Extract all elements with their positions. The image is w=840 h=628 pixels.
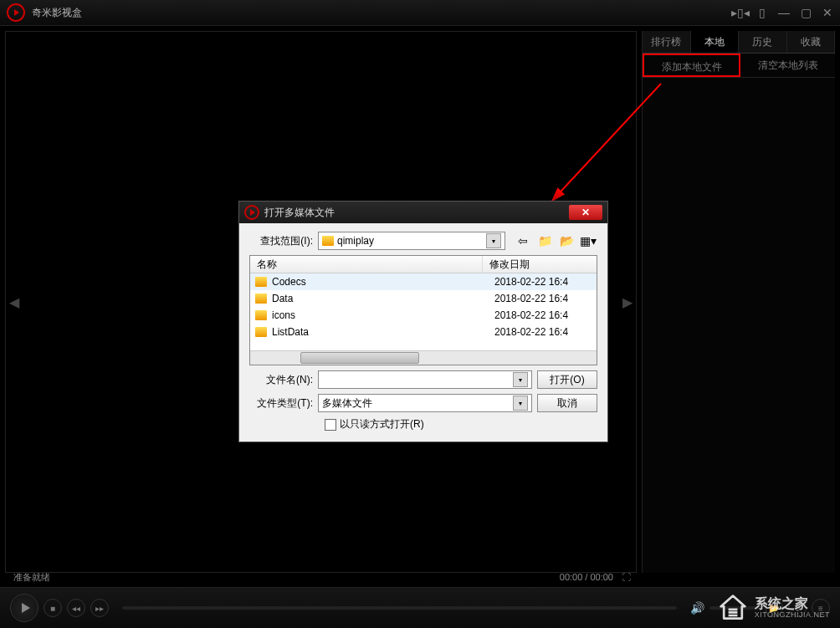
filename-input[interactable]: ▾ <box>318 370 532 389</box>
open-button[interactable]: 打开(O) <box>537 370 597 389</box>
list-item[interactable]: icons 2018-02-22 16:4 <box>250 307 597 324</box>
folder-icon <box>255 310 267 320</box>
next-arrow-icon[interactable]: ▶ <box>622 294 633 310</box>
filetype-label: 文件类型(T): <box>249 396 313 411</box>
watermark-text-cn: 系统之家 <box>755 596 830 611</box>
view-menu-icon[interactable]: ▦▾ <box>579 232 597 250</box>
open-file-dialog: 打开多媒体文件 ✕ 查找范围(I): qimiplay ▾ ⇦ 📁 📂 ▦▾ 名… <box>238 201 608 442</box>
sidebar-tabs: 排行榜 本地 历史 收藏 <box>643 31 835 54</box>
watermark-text-en: XITONGZHIJIA.NET <box>755 611 830 620</box>
pin-icon[interactable]: ▯ <box>756 7 768 18</box>
list-body: Codecs 2018-02-22 16:4 Data 2018-02-22 1… <box>250 273 597 350</box>
tab-favorites[interactable]: 收藏 <box>787 31 836 53</box>
add-local-file-button[interactable]: 添加本地文件 <box>643 54 740 77</box>
folder-icon <box>255 327 267 337</box>
window-controls: ▸▯◂ ▯ — ▢ ✕ <box>735 7 833 18</box>
tab-local[interactable]: 本地 <box>691 31 740 53</box>
readonly-label: 以只读方式打开(R) <box>340 417 424 431</box>
look-in-label: 查找范围(I): <box>249 234 313 248</box>
tab-history[interactable]: 历史 <box>739 31 787 53</box>
dialog-close-button[interactable]: ✕ <box>569 205 602 220</box>
up-folder-icon[interactable]: 📁 <box>535 232 554 250</box>
tab-ranking[interactable]: 排行榜 <box>643 31 691 53</box>
cancel-button[interactable]: 取消 <box>537 394 597 412</box>
fullscreen-icon[interactable]: ⛶ <box>622 572 631 582</box>
current-folder: qimiplay <box>337 235 374 247</box>
folder-icon <box>255 277 267 287</box>
stop-button[interactable]: ■ <box>44 599 62 617</box>
controls-bar: ■ ◂◂ ▸▸ 🔊 📂 ↻ ≡ <box>0 587 840 628</box>
watermark: 系统之家 XITONGZHIJIA.NET <box>718 593 830 623</box>
app-title: 奇米影视盒 <box>32 6 82 20</box>
folder-icon <box>322 236 334 246</box>
back-icon[interactable]: ⇦ <box>514 232 532 250</box>
folder-icon <box>255 294 267 304</box>
look-in-combo[interactable]: qimiplay ▾ <box>318 232 505 250</box>
minimize-button[interactable]: — <box>778 7 790 18</box>
dialog-titlebar: 打开多媒体文件 ✕ <box>239 202 607 223</box>
progress-slider[interactable] <box>122 606 677 610</box>
column-name[interactable]: 名称 <box>250 256 483 273</box>
list-item[interactable]: Codecs 2018-02-22 16:4 <box>250 273 597 290</box>
filename-label: 文件名(N): <box>249 373 313 387</box>
new-folder-icon[interactable]: 📂 <box>557 232 576 250</box>
scrollbar-thumb[interactable] <box>300 352 419 364</box>
time-display: 00:00 / 00:00 <box>560 572 613 582</box>
volume-icon[interactable]: 🔊 <box>690 601 704 615</box>
clear-local-list-button[interactable]: 清空本地列表 <box>740 54 835 77</box>
next-track-button[interactable]: ▸▸ <box>90 599 109 617</box>
prev-arrow-icon[interactable]: ◀ <box>9 294 19 310</box>
sidebar: 排行榜 本地 历史 收藏 添加本地文件 清空本地列表 <box>642 31 835 573</box>
prev-track-button[interactable]: ◂◂ <box>67 599 85 617</box>
chevron-down-icon[interactable]: ▾ <box>486 233 501 248</box>
maximize-button[interactable]: ▢ <box>800 7 812 18</box>
file-list: 名称 修改日期 Codecs 2018-02-22 16:4 Data 2018… <box>249 255 597 365</box>
status-text: 准备就绪 <box>13 571 50 584</box>
status-bar: 准备就绪 00:00 / 00:00 ⛶ <box>13 568 631 586</box>
watermark-house-icon <box>718 593 748 623</box>
play-button[interactable] <box>10 594 38 622</box>
close-button[interactable]: ✕ <box>822 7 833 18</box>
chevron-down-icon[interactable]: ▾ <box>513 372 528 387</box>
list-item[interactable]: Data 2018-02-22 16:4 <box>250 290 597 307</box>
list-header: 名称 修改日期 <box>250 256 597 273</box>
dialog-logo-icon <box>244 205 259 220</box>
chevron-down-icon[interactable]: ▾ <box>513 396 528 411</box>
mini-mode-icon[interactable]: ▸▯◂ <box>735 7 746 18</box>
titlebar: 奇米影视盒 ▸▯◂ ▯ — ▢ ✕ <box>0 0 840 26</box>
dialog-body: 查找范围(I): qimiplay ▾ ⇦ 📁 📂 ▦▾ 名称 修改日期 <box>239 223 607 442</box>
filetype-combo[interactable]: 多媒体文件 ▾ <box>318 394 532 412</box>
dialog-title: 打开多媒体文件 <box>264 206 335 220</box>
sidebar-actions: 添加本地文件 清空本地列表 <box>643 54 835 78</box>
column-modified[interactable]: 修改日期 <box>483 256 597 273</box>
readonly-checkbox[interactable] <box>325 419 336 431</box>
app-logo-icon <box>7 3 25 22</box>
list-item[interactable]: ListData 2018-02-22 16:4 <box>250 324 597 340</box>
horizontal-scrollbar[interactable] <box>250 350 597 365</box>
